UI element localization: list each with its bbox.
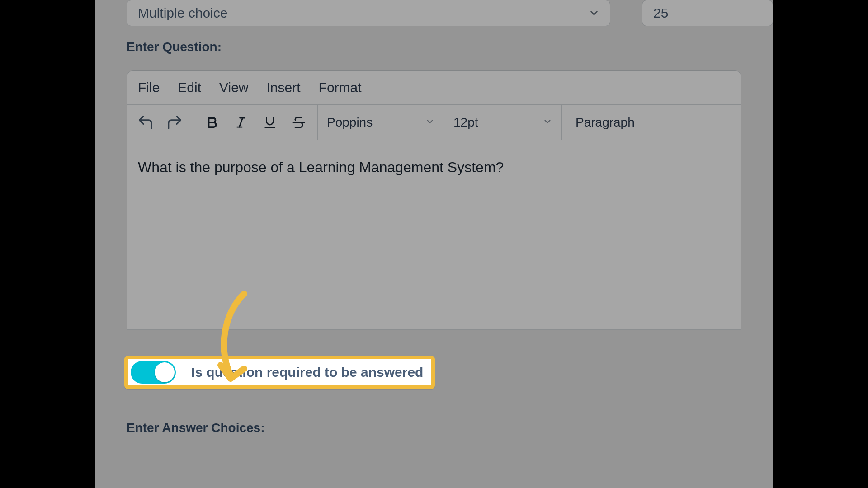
editor-toolbar: Poppins 12pt Paragraph bbox=[127, 105, 741, 140]
font-family-select[interactable]: Poppins bbox=[318, 105, 444, 140]
rich-text-editor: File Edit View Insert Format bbox=[127, 70, 741, 330]
editor-menu-bar: File Edit View Insert Format bbox=[127, 71, 741, 105]
block-format-value: Paragraph bbox=[576, 115, 635, 130]
points-value: 25 bbox=[653, 5, 668, 21]
toggle-knob bbox=[155, 362, 175, 382]
enter-question-label: Enter Question: bbox=[127, 40, 741, 54]
menu-view[interactable]: View bbox=[219, 80, 248, 95]
bold-button[interactable] bbox=[201, 111, 223, 134]
enter-answer-choices-label: Enter Answer Choices: bbox=[127, 421, 741, 435]
chevron-down-icon bbox=[588, 7, 600, 19]
font-size-value: 12pt bbox=[453, 115, 478, 130]
undo-button[interactable] bbox=[134, 111, 157, 134]
block-format-select[interactable]: Paragraph bbox=[562, 105, 644, 140]
menu-insert[interactable]: Insert bbox=[267, 80, 301, 95]
chevron-down-icon bbox=[542, 115, 552, 130]
question-type-select[interactable]: Multiple choice bbox=[127, 0, 610, 26]
font-size-select[interactable]: 12pt bbox=[444, 105, 562, 140]
strikethrough-button[interactable] bbox=[288, 111, 310, 134]
required-toggle[interactable] bbox=[131, 361, 176, 384]
editor-content[interactable]: What is the purpose of a Learning Manage… bbox=[127, 140, 741, 330]
font-family-value: Poppins bbox=[327, 115, 373, 130]
italic-button[interactable] bbox=[230, 111, 252, 134]
chevron-down-icon bbox=[425, 115, 435, 130]
menu-format[interactable]: Format bbox=[319, 80, 362, 95]
required-toggle-highlight: Is question required to be answered bbox=[124, 356, 435, 389]
svg-line-2 bbox=[239, 118, 243, 127]
question-type-value: Multiple choice bbox=[138, 5, 227, 21]
underline-button[interactable] bbox=[259, 111, 281, 134]
menu-edit[interactable]: Edit bbox=[178, 80, 201, 95]
points-input[interactable]: 25 bbox=[642, 0, 773, 26]
menu-file[interactable]: File bbox=[138, 80, 160, 95]
required-toggle-label: Is question required to be answered bbox=[191, 365, 423, 380]
redo-button[interactable] bbox=[163, 111, 186, 134]
